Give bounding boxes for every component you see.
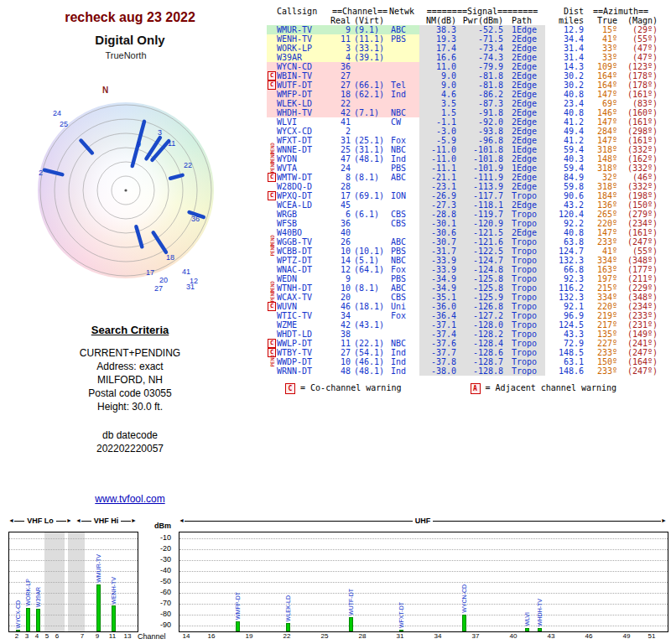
signal-bar <box>96 584 101 631</box>
channel-label: 3 <box>158 128 162 137</box>
table-row: CWUVN46(18.1)Uni-36.0-126.8Tropo92.1220º… <box>267 302 664 311</box>
network: PBS <box>389 34 419 44</box>
distance-miles: 59.4 <box>545 145 584 154</box>
channel-real: 20 <box>330 293 351 302</box>
distance-miles: 132.3 <box>545 256 584 265</box>
network: Fox <box>389 136 419 145</box>
azimuth-true: 220º <box>584 219 617 228</box>
channel-real: 36 <box>330 219 351 228</box>
azimuth-true: 32º <box>584 173 617 182</box>
gridline <box>9 538 138 539</box>
noise-margin: 9.0 <box>419 80 456 90</box>
noise-margin: -30.1 <box>419 219 456 228</box>
pending-marker: PEND <box>268 247 277 257</box>
noise-margin: 9.0 <box>419 71 456 80</box>
channel-real: 47 <box>330 154 351 164</box>
warning-flag: C <box>267 173 277 182</box>
warning-flag: C <box>267 80 277 90</box>
table-row: WORK-LP3(33.1)17.4-73.42Edge31.433º(47º) <box>267 44 664 53</box>
power-dbm: -93.8 <box>456 127 503 136</box>
channel-virt: (48.1) <box>351 366 389 376</box>
channel-virt: (33.1) <box>351 44 389 53</box>
noise-margin: -30.7 <box>419 237 456 247</box>
search-criteria-heading: Search Criteria <box>0 324 260 336</box>
table-row: WYCX-CD2-3.0-93.82Edge49.4284º(298º) <box>267 127 664 136</box>
pending-marker: PEND <box>268 293 277 303</box>
azimuth-true: 219º <box>584 311 617 320</box>
azimuth-true: 41º <box>584 34 617 44</box>
gridline <box>179 626 668 626</box>
noise-margin: -37.1 <box>419 320 456 330</box>
gridline <box>179 571 668 572</box>
right-arrow-icon: ► <box>131 517 137 524</box>
table-row: PENDWYDN47(48.1)Ind-11.0-101.82Edge40.31… <box>267 154 664 164</box>
table-row: PENDWTNH-DT10(8.1)ABC-34.9-125.8Tropo116… <box>267 283 664 293</box>
y-axis-tick-label: -60 <box>149 588 171 596</box>
noise-margin: -33.9 <box>419 265 456 274</box>
x-axis-tick-label: 49 <box>620 632 633 640</box>
azimuth-magnetic: (160º) <box>617 108 658 117</box>
azimuth-true: 147º <box>584 228 617 237</box>
true-north-label: TrueNorth <box>0 50 252 60</box>
power-dbm: -126.8 <box>456 302 503 311</box>
path-type: Tropo <box>503 366 545 376</box>
network: Ind <box>389 366 419 376</box>
channel-real: 2 <box>330 127 351 136</box>
network: ION <box>389 191 419 200</box>
azimuth-true: 148º <box>584 154 617 164</box>
network: NBC <box>389 145 419 154</box>
azimuth-true: 164º <box>584 80 617 90</box>
callsign: WHDH-TV <box>277 108 330 117</box>
channel-real: 26 <box>330 237 351 247</box>
channel-virt: (8.1) <box>351 283 389 293</box>
power-dbm: -52.5 <box>456 25 503 34</box>
path-type: 2Edge <box>503 117 545 127</box>
distance-miles: 92.3 <box>545 274 584 283</box>
x-axis-tick-label: 34 <box>431 632 445 640</box>
x-axis-label: Channel <box>138 632 166 641</box>
distance-miles: 124.7 <box>545 247 584 256</box>
channel-virt: (6.1) <box>351 210 389 219</box>
channel-virt: (48.1) <box>351 154 389 164</box>
power-dbm: -119.7 <box>456 210 503 219</box>
power-dbm: -125.8 <box>456 283 503 293</box>
col-miles: miles <box>545 16 584 25</box>
network: PBS <box>389 164 419 173</box>
signal-bar-chart: ◄VHF Lo► ◄VHF Hi► ◄UHF► dBm WYCX-CDWORK-… <box>0 515 671 644</box>
bar-callsign-label: W39AR <box>35 587 41 607</box>
azimuth-true: 33º <box>584 44 617 53</box>
azimuth-true: 215º <box>584 283 617 293</box>
report-subtitle: Digital Only <box>0 33 260 47</box>
uhf-band-header: ◄UHF► <box>179 517 667 525</box>
noise-margin: -34.9 <box>419 283 456 293</box>
distance-miles: 14.3 <box>545 62 584 71</box>
distance-miles: 41.2 <box>545 117 584 127</box>
path-type: 2Edge <box>503 173 545 182</box>
channel-virt: (66.1) <box>351 80 389 90</box>
azimuth-magnetic: (123º) <box>617 62 658 71</box>
distance-miles: 43.2 <box>545 200 584 210</box>
noise-margin: 3.5 <box>419 99 456 108</box>
azimuth-true: 147º <box>584 136 617 145</box>
callsign: WHDT-LD <box>277 330 330 339</box>
noise-margin: -28.8 <box>419 210 456 219</box>
co-channel-warning-icon: C <box>268 173 276 182</box>
network: CBS <box>389 219 419 228</box>
station-direction-marker <box>153 232 166 252</box>
co-channel-warning-icon: C <box>268 191 276 200</box>
signal-bar <box>236 621 240 631</box>
distance-miles: 66.8 <box>545 265 584 274</box>
y-axis-tick-label: -40 <box>149 566 171 574</box>
channel-label: 31 <box>186 283 195 291</box>
x-axis-tick-label: 14 <box>179 632 193 640</box>
azimuth-true: 135º <box>584 330 617 339</box>
warning-flag: C <box>267 339 277 348</box>
power-dbm: -127.2 <box>456 311 503 320</box>
power-dbm: -125.8 <box>456 274 503 283</box>
path-type: 2Edge <box>503 34 545 44</box>
co-channel-warning-icon: C <box>268 302 276 311</box>
power-dbm: -121.6 <box>456 237 503 247</box>
distance-miles: 124.5 <box>545 320 584 330</box>
y-axis-tick-label: -10 <box>149 533 171 542</box>
tvfool-link[interactable]: www.tvfool.com <box>95 493 164 505</box>
